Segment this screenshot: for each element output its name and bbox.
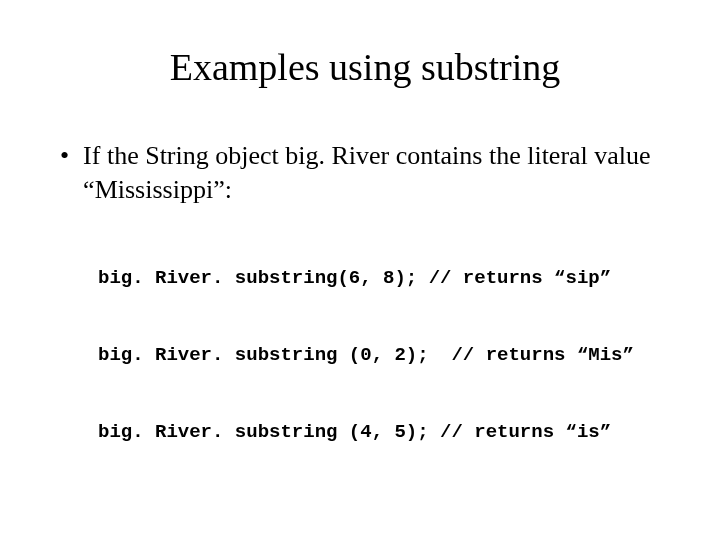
bullet-item: • If the String object big. River contai… xyxy=(60,139,670,207)
code-line-1: big. River. substring(6, 8); // returns … xyxy=(98,266,670,292)
code-line-2: big. River. substring (0, 2); // returns… xyxy=(98,343,670,369)
code-block: big. River. substring(6, 8); // returns … xyxy=(98,215,670,497)
slide: Examples using substring • If the String… xyxy=(0,0,720,540)
code-line-3: big. River. substring (4, 5); // returns… xyxy=(98,420,670,446)
slide-title: Examples using substring xyxy=(60,45,670,89)
bullet-marker: • xyxy=(60,139,69,173)
bullet-text: If the String object big. River contains… xyxy=(83,139,670,207)
